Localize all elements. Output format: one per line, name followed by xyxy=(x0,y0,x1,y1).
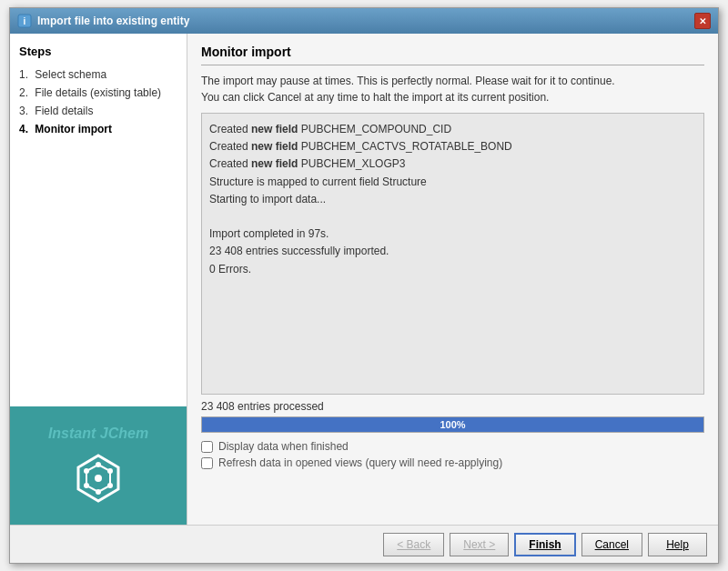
log-area: Created new field PUBCHEM_COMPOUND_CID C… xyxy=(201,113,704,395)
svg-point-6 xyxy=(107,468,113,474)
checkbox-row-2: Refresh data in opened views (query will… xyxy=(201,456,704,469)
log-line-6: Import completed in 97s. xyxy=(209,225,696,243)
svg-point-8 xyxy=(96,489,101,495)
info-line1: The import may pause at times. This is p… xyxy=(201,75,615,87)
svg-point-10 xyxy=(84,468,89,474)
progress-bar-fill: 100% xyxy=(202,417,703,432)
main-content: Monitor import The import may pause at t… xyxy=(187,34,718,525)
footer: < Back Next > Finish Cancel Help xyxy=(10,525,718,563)
sidebar: Steps 1. Select schema 2. File details (… xyxy=(10,34,187,525)
step-1: 1. Select schema xyxy=(19,65,177,84)
entries-processed: 23 408 entries processed xyxy=(201,400,704,413)
log-line-7: 23 408 entries successfully imported. xyxy=(209,243,696,260)
step-2: 2. File details (existing table) xyxy=(19,84,177,102)
log-line-blank xyxy=(209,208,696,225)
info-text: The import may pause at times. This is p… xyxy=(201,73,704,105)
title-bar: i Import file into existing entity ✕ xyxy=(10,8,718,34)
dialog-icon: i xyxy=(17,14,32,28)
next-button[interactable]: Next > xyxy=(450,533,509,556)
log-line-3: Created new field PUBCHEM_XLOGP3 xyxy=(209,155,696,173)
svg-point-7 xyxy=(107,483,113,488)
refresh-data-checkbox[interactable] xyxy=(201,457,213,469)
svg-text:i: i xyxy=(24,16,26,26)
log-line-8: 0 Errors. xyxy=(209,261,696,278)
checkbox-row-1: Display data when finished xyxy=(201,440,704,453)
cancel-button[interactable]: Cancel xyxy=(581,533,642,556)
dialog: i Import file into existing entity ✕ Ste… xyxy=(9,7,719,564)
display-data-checkbox[interactable] xyxy=(201,441,213,453)
progress-bar-container: 100% xyxy=(201,416,704,433)
brand-section: Instant JChem xyxy=(10,406,187,525)
log-line-2: Created new field PUBCHEM_CACTVS_ROTATAB… xyxy=(209,138,696,155)
main-title: Monitor import xyxy=(201,45,704,65)
steps-title: Steps xyxy=(19,45,177,58)
dialog-title: Import file into existing entity xyxy=(37,15,189,27)
help-button[interactable]: Help xyxy=(648,533,707,556)
title-bar-left: i Import file into existing entity xyxy=(17,14,189,28)
steps-section: Steps 1. Select schema 2. File details (… xyxy=(10,34,187,149)
close-button[interactable]: ✕ xyxy=(694,13,711,29)
steps-list: 1. Select schema 2. File details (existi… xyxy=(19,65,177,138)
step-4-active: 4. Monitor import xyxy=(19,120,177,138)
svg-point-4 xyxy=(95,475,102,482)
back-button[interactable]: < Back xyxy=(383,533,444,556)
brand-logo xyxy=(71,451,126,506)
progress-percent: 100% xyxy=(440,419,465,430)
log-line-1: Created new field PUBCHEM_COMPOUND_CID xyxy=(209,121,696,138)
display-data-label: Display data when finished xyxy=(218,440,349,453)
svg-point-9 xyxy=(84,483,89,488)
finish-button[interactable]: Finish xyxy=(514,533,575,556)
info-line2: You can click Cancel at any time to halt… xyxy=(201,91,549,104)
log-line-4: Structure is mapped to current field Str… xyxy=(209,174,696,191)
svg-point-5 xyxy=(96,462,101,467)
log-line-5: Starting to import data... xyxy=(209,191,696,208)
brand-label: Instant JChem xyxy=(48,426,148,442)
step-3: 3. Field details xyxy=(19,102,177,120)
dialog-body: Steps 1. Select schema 2. File details (… xyxy=(10,34,718,525)
refresh-data-label: Refresh data in opened views (query will… xyxy=(218,456,502,469)
